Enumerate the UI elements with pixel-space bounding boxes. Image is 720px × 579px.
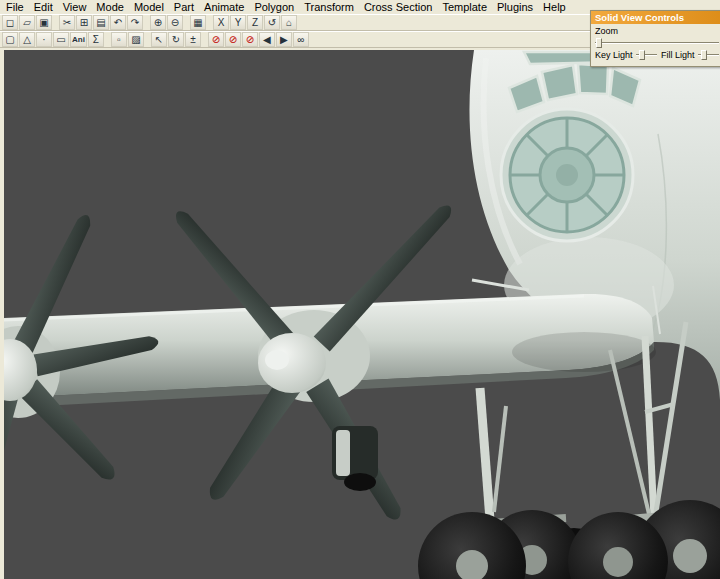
- key-light-label: Key Light: [595, 50, 633, 60]
- home-view-button[interactable]: ⌂: [281, 15, 297, 30]
- rotate-view-button[interactable]: ↺: [264, 15, 280, 30]
- menu-model[interactable]: Model: [129, 0, 169, 14]
- menu-help[interactable]: Help: [538, 0, 571, 14]
- select-face-button[interactable]: ▭: [53, 32, 69, 47]
- next-button[interactable]: ▶: [276, 32, 292, 47]
- open-file-button[interactable]: ▱: [19, 15, 35, 30]
- sum-button[interactable]: Σ: [88, 32, 104, 47]
- axis-y-button[interactable]: Y: [230, 15, 246, 30]
- glazed-nose: [501, 109, 633, 241]
- scale-tool-button[interactable]: ±: [185, 32, 201, 47]
- fill-light-label: Fill Light: [661, 50, 695, 60]
- menu-edit[interactable]: Edit: [29, 0, 58, 14]
- axis-z-button[interactable]: Z: [247, 15, 263, 30]
- rotate-tool-button[interactable]: ↻: [168, 32, 184, 47]
- toolbar-separator: [53, 15, 58, 30]
- grid-view-button[interactable]: ▦: [190, 15, 206, 30]
- zoom-label: Zoom: [595, 26, 618, 36]
- axis-x-button[interactable]: X: [213, 15, 229, 30]
- toolbar-separator: [184, 15, 189, 30]
- zoom-slider-track: [595, 42, 719, 44]
- menu-transform[interactable]: Transform: [299, 0, 359, 14]
- toolbar-separator: [144, 15, 149, 30]
- viewport: [4, 50, 720, 579]
- save-file-button[interactable]: ▣: [36, 15, 52, 30]
- solid-view-controls-panel[interactable]: Solid View Controls Zoom Key Light Fill …: [590, 10, 720, 67]
- disable-edges-button[interactable]: ⊘: [225, 32, 241, 47]
- menu-file[interactable]: File: [1, 0, 29, 14]
- menu-mode[interactable]: Mode: [91, 0, 129, 14]
- zoom-slider[interactable]: [595, 38, 719, 48]
- select-point-button[interactable]: ·: [36, 32, 52, 47]
- panel-title-bar[interactable]: Solid View Controls: [591, 11, 720, 24]
- cut-button[interactable]: ✂: [59, 15, 75, 30]
- zoom-out-button[interactable]: ⊖: [167, 15, 183, 30]
- key-light-slider[interactable]: [636, 50, 657, 60]
- move-tool-button[interactable]: ↖: [151, 32, 167, 47]
- disable-points-button[interactable]: ⊘: [208, 32, 224, 47]
- animation-button[interactable]: Ani: [70, 32, 87, 47]
- new-file-button[interactable]: ◻: [2, 15, 18, 30]
- menu-cross-section[interactable]: Cross Section: [359, 0, 437, 14]
- hatch-display-button[interactable]: ▨: [128, 32, 144, 47]
- zoom-slider-thumb[interactable]: [596, 38, 602, 48]
- paste-button[interactable]: ▤: [93, 15, 109, 30]
- menu-template[interactable]: Template: [437, 0, 492, 14]
- find-button[interactable]: ∞: [293, 32, 309, 47]
- menu-part[interactable]: Part: [169, 0, 199, 14]
- disable-faces-button[interactable]: ⊘: [242, 32, 258, 47]
- fill-light-slider-thumb[interactable]: [701, 50, 707, 60]
- toolbar-separator: [105, 32, 110, 47]
- app-window: { "menu": { "items": ["File","Edit","Vie…: [0, 0, 720, 579]
- copy-button[interactable]: ⊞: [76, 15, 92, 30]
- viewport-canvas[interactable]: [4, 50, 720, 579]
- key-light-slider-thumb[interactable]: [639, 50, 645, 60]
- toolbar-separator: [207, 15, 212, 30]
- undo-button[interactable]: ↶: [110, 15, 126, 30]
- marquee-select-button[interactable]: ▫: [111, 32, 127, 47]
- fill-light-slider[interactable]: [698, 50, 719, 60]
- toolbar-separator: [145, 32, 150, 47]
- zoom-in-button[interactable]: ⊕: [150, 15, 166, 30]
- redo-button[interactable]: ↷: [127, 15, 143, 30]
- menu-polygon[interactable]: Polygon: [249, 0, 299, 14]
- prev-button[interactable]: ◀: [259, 32, 275, 47]
- select-triangle-button[interactable]: △: [19, 32, 35, 47]
- panel-body: Zoom Key Light Fill Light: [591, 24, 720, 60]
- menu-animate[interactable]: Animate: [199, 0, 249, 14]
- menu-view[interactable]: View: [58, 0, 92, 14]
- menu-plugins[interactable]: Plugins: [492, 0, 538, 14]
- toolbar-separator: [202, 32, 207, 47]
- select-box-button[interactable]: ▢: [2, 32, 18, 47]
